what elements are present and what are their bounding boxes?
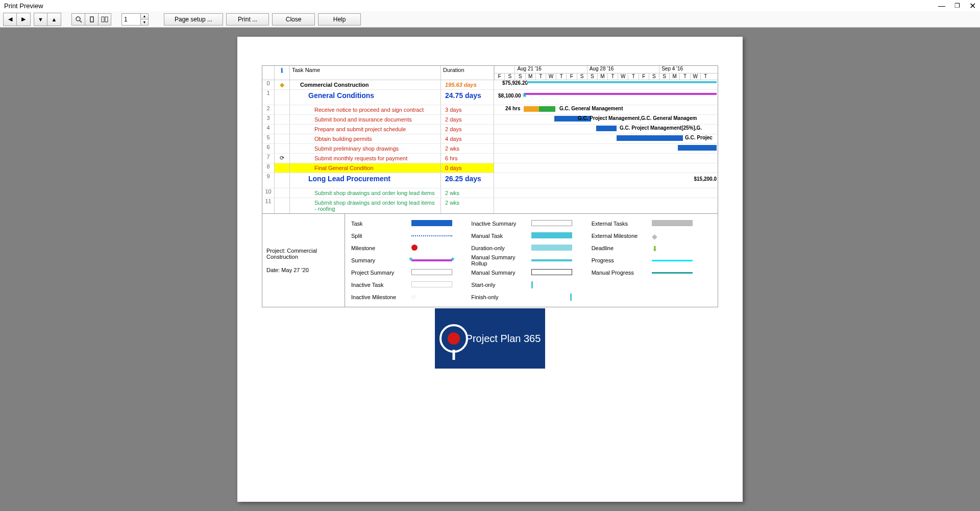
page-setup-button[interactable]: Page setup ... xyxy=(164,13,223,26)
window-title: Print Preview xyxy=(4,2,43,10)
table-row: 4 Prepare and submit project schedule 2 … xyxy=(262,125,718,134)
zoom-icon[interactable] xyxy=(71,13,85,26)
titlebar: Print Preview — ❐ ✕ xyxy=(0,0,980,11)
cost-label: $75,926.20 xyxy=(502,80,528,86)
page-spin-up[interactable]: ▲ xyxy=(141,14,148,19)
minimize-button[interactable]: — xyxy=(938,2,945,10)
task-bar xyxy=(678,145,717,151)
grid-header: ℹ Task Name Duration Aug 21 '16 Aug 28 '… xyxy=(262,66,718,80)
svg-point-0 xyxy=(76,17,80,21)
resource-label: G.C. Project Management[25%],G. xyxy=(620,125,702,131)
resource-label: G.C. Project Management,G.C. General Man… xyxy=(578,115,697,121)
date-label: Date: May 27 '20 xyxy=(266,267,340,273)
timescale-weeks: Aug 21 '16 Aug 28 '16 Sep 4 '16 xyxy=(494,66,718,73)
help-button[interactable]: Help xyxy=(318,13,361,26)
legend: Project: Commercial Construction Date: M… xyxy=(262,214,718,307)
page-number-input-group: ▲ ▼ xyxy=(121,13,149,26)
table-row: 0 ◆ Commercial Construction 195.63 days … xyxy=(262,80,718,90)
logo-icon xyxy=(439,324,468,353)
table-row: 11 Submit shop drawings and order long l… xyxy=(262,198,718,213)
col-task-name: Task Name xyxy=(290,66,441,80)
col-duration: Duration xyxy=(441,66,494,80)
svg-rect-2 xyxy=(90,17,93,22)
close-window-button[interactable]: ✕ xyxy=(969,1,976,11)
page-nav-horizontal: ◀ ▶ xyxy=(3,13,31,26)
timescale-days: F S S M T W T F S S M T W T F xyxy=(494,73,718,80)
table-row: 8 Final General Condition 0 days xyxy=(262,163,718,173)
page-spin-down[interactable]: ▼ xyxy=(141,19,148,25)
summary-bar xyxy=(524,93,717,95)
task-bar xyxy=(524,106,539,112)
task-table-body: 0 ◆ Commercial Construction 195.63 days … xyxy=(262,80,718,213)
info-icon: ℹ xyxy=(281,67,283,74)
task-bar xyxy=(617,135,683,141)
table-row: 3 Submit bond and insurance documents 2 … xyxy=(262,115,718,125)
page-nav-vertical: ▼ ▲ xyxy=(34,13,61,26)
cost-label: $15,200.0 xyxy=(694,176,717,182)
task-bar xyxy=(596,126,617,131)
resource-label: G.C. Projec xyxy=(685,135,713,140)
table-row: 1 General Conditions 24.75 days $8,100.0… xyxy=(262,90,718,105)
next-page-button[interactable]: ▶ xyxy=(17,13,30,26)
table-row: 2 Receive notice to proceed and sign con… xyxy=(262,105,718,115)
toolbar: ◀ ▶ ▼ ▲ ▲ ▼ Page setup ... Print ... Clo… xyxy=(0,11,980,28)
page-preview: ℹ Task Name Duration Aug 21 '16 Aug 28 '… xyxy=(237,37,743,502)
svg-rect-3 xyxy=(102,17,104,22)
summary-bar xyxy=(527,81,717,83)
table-row: 9 Long Lead Procurement 26.25 days $15,2… xyxy=(262,173,718,188)
duration-label: 24 hrs xyxy=(505,106,520,111)
cost-label: $8,100.00 xyxy=(498,93,521,99)
one-page-icon[interactable] xyxy=(85,13,98,26)
logo: Project Plan 365 xyxy=(435,308,545,369)
gantt-report: ℹ Task Name Duration Aug 21 '16 Aug 28 '… xyxy=(262,65,718,214)
maximize-button[interactable]: ❐ xyxy=(954,2,960,9)
page-up-button[interactable]: ▲ xyxy=(47,13,61,26)
recurring-icon: ⟳ xyxy=(280,155,284,161)
logo-text: Project Plan 365 xyxy=(466,333,541,345)
page-down-button[interactable]: ▼ xyxy=(34,13,47,26)
table-row: 6 Submit preliminary shop drawings 2 wks xyxy=(262,144,718,154)
prev-page-button[interactable]: ◀ xyxy=(4,13,17,26)
svg-rect-4 xyxy=(105,17,108,22)
table-row: 7 ⟳ Submit monthly requests for payment … xyxy=(262,154,718,163)
workspace: ℹ Task Name Duration Aug 21 '16 Aug 28 '… xyxy=(0,28,980,511)
print-button[interactable]: Print ... xyxy=(226,13,269,26)
table-row: 10 Submit shop drawings and order long l… xyxy=(262,188,718,198)
page-number-input[interactable] xyxy=(122,15,140,24)
svg-line-1 xyxy=(80,20,82,22)
note-icon: ◆ xyxy=(280,81,284,88)
close-button[interactable]: Close xyxy=(272,13,315,26)
project-name-label: Project: Commercial Construction xyxy=(266,248,340,260)
table-row: 5 Obtain building permits 4 days G.C. Pr… xyxy=(262,134,718,144)
multi-page-icon[interactable] xyxy=(98,13,111,26)
resource-label: G.C. General Management xyxy=(559,106,623,111)
task-bar xyxy=(539,106,555,112)
